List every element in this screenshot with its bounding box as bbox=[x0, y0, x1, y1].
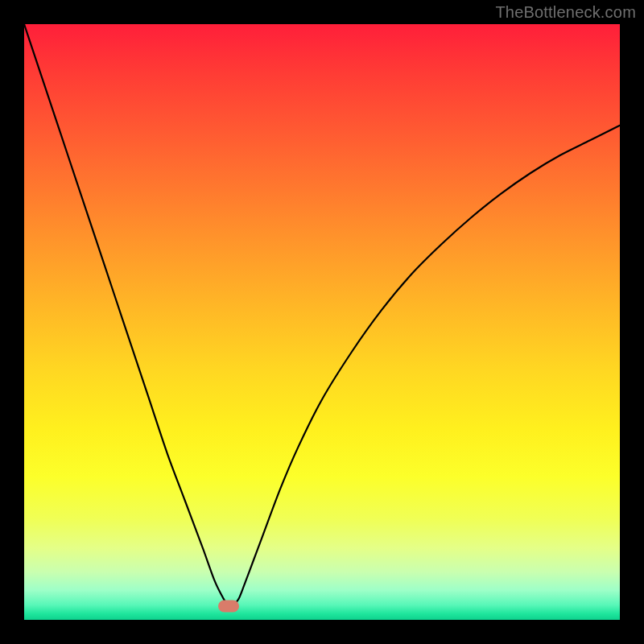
chart-frame: TheBottleneck.com bbox=[0, 0, 644, 644]
curve-svg bbox=[24, 24, 620, 620]
watermark-text: TheBottleneck.com bbox=[495, 3, 636, 22]
bottleneck-curve bbox=[24, 24, 620, 607]
plot-area bbox=[24, 24, 620, 620]
optimal-point-marker bbox=[218, 601, 239, 613]
